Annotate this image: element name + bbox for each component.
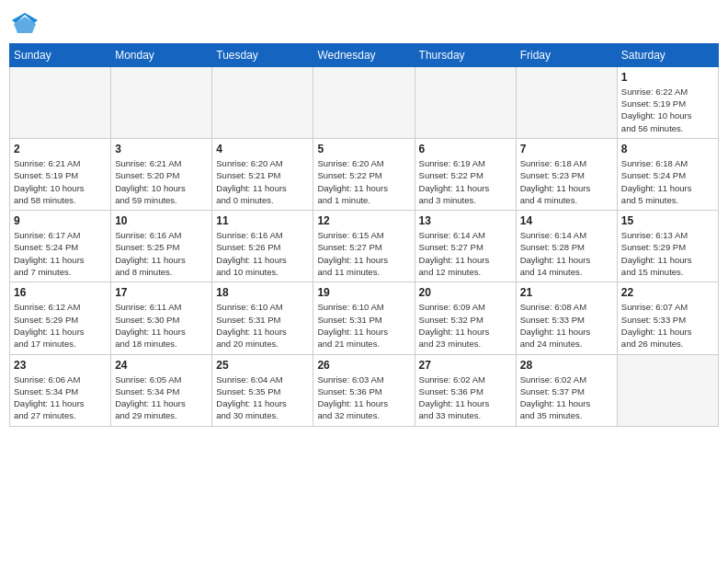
day-info: Sunrise: 6:21 AM Sunset: 5:19 PM Dayligh… bbox=[14, 157, 107, 206]
calendar-cell bbox=[212, 66, 313, 138]
calendar-cell bbox=[111, 66, 212, 138]
calendar-cell bbox=[516, 66, 617, 138]
calendar-cell: 8Sunrise: 6:18 AM Sunset: 5:24 PM Daylig… bbox=[617, 138, 718, 210]
weekday-header: Friday bbox=[516, 43, 617, 66]
day-number: 10 bbox=[115, 214, 208, 227]
calendar-cell: 16Sunrise: 6:12 AM Sunset: 5:29 PM Dayli… bbox=[10, 282, 111, 354]
calendar-week-row: 9Sunrise: 6:17 AM Sunset: 5:24 PM Daylig… bbox=[10, 211, 719, 282]
day-number: 24 bbox=[115, 359, 208, 372]
calendar-cell: 17Sunrise: 6:11 AM Sunset: 5:30 PM Dayli… bbox=[111, 282, 212, 354]
calendar-cell: 26Sunrise: 6:03 AM Sunset: 5:36 PM Dayli… bbox=[313, 354, 415, 426]
calendar-week-row: 16Sunrise: 6:12 AM Sunset: 5:29 PM Dayli… bbox=[10, 282, 719, 354]
calendar-table: SundayMondayTuesdayWednesdayThursdayFrid… bbox=[9, 43, 719, 427]
day-number: 9 bbox=[14, 214, 107, 227]
calendar-cell: 7Sunrise: 6:18 AM Sunset: 5:23 PM Daylig… bbox=[516, 138, 617, 210]
calendar-cell: 25Sunrise: 6:04 AM Sunset: 5:35 PM Dayli… bbox=[212, 354, 313, 426]
day-info: Sunrise: 6:14 AM Sunset: 5:27 PM Dayligh… bbox=[419, 229, 512, 278]
day-number: 12 bbox=[317, 214, 410, 227]
day-number: 27 bbox=[419, 359, 512, 372]
day-info: Sunrise: 6:10 AM Sunset: 5:31 PM Dayligh… bbox=[317, 301, 410, 350]
day-number: 25 bbox=[216, 359, 309, 372]
day-number: 19 bbox=[317, 286, 410, 299]
day-info: Sunrise: 6:07 AM Sunset: 5:33 PM Dayligh… bbox=[621, 301, 714, 350]
weekday-header: Wednesday bbox=[313, 43, 415, 66]
day-info: Sunrise: 6:09 AM Sunset: 5:32 PM Dayligh… bbox=[419, 301, 512, 350]
day-info: Sunrise: 6:12 AM Sunset: 5:29 PM Dayligh… bbox=[14, 301, 107, 350]
day-number: 18 bbox=[216, 286, 309, 299]
day-number: 3 bbox=[115, 143, 208, 155]
day-info: Sunrise: 6:04 AM Sunset: 5:35 PM Dayligh… bbox=[216, 373, 309, 422]
day-number: 6 bbox=[419, 143, 512, 155]
day-info: Sunrise: 6:06 AM Sunset: 5:34 PM Dayligh… bbox=[14, 373, 107, 422]
day-info: Sunrise: 6:13 AM Sunset: 5:29 PM Dayligh… bbox=[621, 229, 714, 278]
day-info: Sunrise: 6:14 AM Sunset: 5:28 PM Dayligh… bbox=[520, 229, 613, 278]
calendar-cell: 10Sunrise: 6:16 AM Sunset: 5:25 PM Dayli… bbox=[111, 211, 212, 282]
calendar-cell: 15Sunrise: 6:13 AM Sunset: 5:29 PM Dayli… bbox=[617, 211, 718, 282]
calendar-cell: 12Sunrise: 6:15 AM Sunset: 5:27 PM Dayli… bbox=[313, 211, 415, 282]
day-number: 21 bbox=[520, 286, 613, 299]
calendar-cell: 20Sunrise: 6:09 AM Sunset: 5:32 PM Dayli… bbox=[415, 282, 516, 354]
calendar-cell bbox=[313, 66, 415, 138]
calendar-cell: 24Sunrise: 6:05 AM Sunset: 5:34 PM Dayli… bbox=[111, 354, 212, 426]
day-info: Sunrise: 6:20 AM Sunset: 5:22 PM Dayligh… bbox=[317, 157, 410, 206]
day-number: 17 bbox=[115, 286, 208, 299]
calendar-cell: 28Sunrise: 6:02 AM Sunset: 5:37 PM Dayli… bbox=[516, 354, 617, 426]
calendar-header-row: SundayMondayTuesdayWednesdayThursdayFrid… bbox=[10, 43, 719, 66]
day-info: Sunrise: 6:16 AM Sunset: 5:25 PM Dayligh… bbox=[115, 229, 208, 278]
day-number: 5 bbox=[317, 143, 410, 155]
day-number: 26 bbox=[317, 359, 410, 372]
calendar-cell bbox=[10, 66, 111, 138]
day-info: Sunrise: 6:18 AM Sunset: 5:23 PM Dayligh… bbox=[520, 157, 613, 206]
calendar-cell: 5Sunrise: 6:20 AM Sunset: 5:22 PM Daylig… bbox=[313, 138, 415, 210]
day-number: 11 bbox=[216, 214, 309, 227]
calendar-cell: 22Sunrise: 6:07 AM Sunset: 5:33 PM Dayli… bbox=[617, 282, 718, 354]
calendar-cell: 18Sunrise: 6:10 AM Sunset: 5:31 PM Dayli… bbox=[212, 282, 313, 354]
calendar-cell bbox=[617, 354, 718, 426]
calendar-cell: 19Sunrise: 6:10 AM Sunset: 5:31 PM Dayli… bbox=[313, 282, 415, 354]
day-number: 7 bbox=[520, 143, 613, 155]
day-number: 2 bbox=[14, 143, 107, 155]
day-info: Sunrise: 6:19 AM Sunset: 5:22 PM Dayligh… bbox=[419, 157, 512, 206]
day-info: Sunrise: 6:03 AM Sunset: 5:36 PM Dayligh… bbox=[317, 373, 410, 422]
day-number: 13 bbox=[419, 214, 512, 227]
page-header bbox=[9, 9, 719, 38]
day-info: Sunrise: 6:10 AM Sunset: 5:31 PM Dayligh… bbox=[216, 301, 309, 350]
day-info: Sunrise: 6:08 AM Sunset: 5:33 PM Dayligh… bbox=[520, 301, 613, 350]
day-info: Sunrise: 6:02 AM Sunset: 5:36 PM Dayligh… bbox=[419, 373, 512, 422]
day-info: Sunrise: 6:17 AM Sunset: 5:24 PM Dayligh… bbox=[14, 229, 107, 278]
calendar-cell: 4Sunrise: 6:20 AM Sunset: 5:21 PM Daylig… bbox=[212, 138, 313, 210]
day-number: 14 bbox=[520, 214, 613, 227]
day-number: 16 bbox=[14, 286, 107, 299]
calendar-cell: 9Sunrise: 6:17 AM Sunset: 5:24 PM Daylig… bbox=[10, 211, 111, 282]
calendar-week-row: 1Sunrise: 6:22 AM Sunset: 5:19 PM Daylig… bbox=[10, 66, 719, 138]
day-info: Sunrise: 6:05 AM Sunset: 5:34 PM Dayligh… bbox=[115, 373, 208, 422]
calendar-cell: 13Sunrise: 6:14 AM Sunset: 5:27 PM Dayli… bbox=[415, 211, 516, 282]
day-info: Sunrise: 6:15 AM Sunset: 5:27 PM Dayligh… bbox=[317, 229, 410, 278]
day-number: 28 bbox=[520, 359, 613, 372]
calendar-cell bbox=[415, 66, 516, 138]
day-info: Sunrise: 6:22 AM Sunset: 5:19 PM Dayligh… bbox=[621, 86, 714, 134]
day-number: 1 bbox=[621, 71, 714, 84]
calendar-week-row: 23Sunrise: 6:06 AM Sunset: 5:34 PM Dayli… bbox=[10, 354, 719, 426]
day-info: Sunrise: 6:11 AM Sunset: 5:30 PM Dayligh… bbox=[115, 301, 208, 350]
calendar-cell: 1Sunrise: 6:22 AM Sunset: 5:19 PM Daylig… bbox=[617, 66, 718, 138]
calendar-cell: 14Sunrise: 6:14 AM Sunset: 5:28 PM Dayli… bbox=[516, 211, 617, 282]
calendar-cell: 3Sunrise: 6:21 AM Sunset: 5:20 PM Daylig… bbox=[111, 138, 212, 210]
calendar-cell: 11Sunrise: 6:16 AM Sunset: 5:26 PM Dayli… bbox=[212, 211, 313, 282]
day-info: Sunrise: 6:16 AM Sunset: 5:26 PM Dayligh… bbox=[216, 229, 309, 278]
logo-icon bbox=[12, 13, 38, 33]
calendar-cell: 21Sunrise: 6:08 AM Sunset: 5:33 PM Dayli… bbox=[516, 282, 617, 354]
day-info: Sunrise: 6:20 AM Sunset: 5:21 PM Dayligh… bbox=[216, 157, 309, 206]
day-number: 8 bbox=[621, 143, 714, 155]
weekday-header: Thursday bbox=[415, 43, 516, 66]
calendar-cell: 6Sunrise: 6:19 AM Sunset: 5:22 PM Daylig… bbox=[415, 138, 516, 210]
day-number: 20 bbox=[419, 286, 512, 299]
day-number: 4 bbox=[216, 143, 309, 155]
weekday-header: Sunday bbox=[10, 43, 111, 66]
weekday-header: Tuesday bbox=[212, 43, 313, 66]
day-number: 23 bbox=[14, 359, 107, 372]
calendar-cell: 27Sunrise: 6:02 AM Sunset: 5:36 PM Dayli… bbox=[415, 354, 516, 426]
calendar-cell: 2Sunrise: 6:21 AM Sunset: 5:19 PM Daylig… bbox=[10, 138, 111, 210]
weekday-header: Monday bbox=[111, 43, 212, 66]
calendar-week-row: 2Sunrise: 6:21 AM Sunset: 5:19 PM Daylig… bbox=[10, 138, 719, 210]
